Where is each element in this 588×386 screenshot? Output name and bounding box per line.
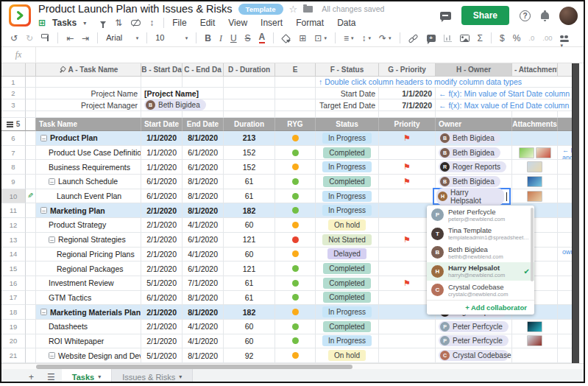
duration-cell[interactable]: 61 [224, 291, 275, 306]
attachment-thumbnail[interactable] [519, 147, 534, 158]
empty-cell[interactable] [141, 111, 183, 118]
duration-cell[interactable]: 121 [224, 262, 275, 276]
end-date-cell[interactable]: 4/1/2020 [183, 334, 224, 349]
status-cell[interactable]: In Progress [316, 305, 379, 320]
column-header-D[interactable]: D - Duration [224, 63, 275, 77]
owner-cell[interactable]: BBeth Bigidea [436, 175, 512, 189]
duration-cell[interactable]: 61 [224, 189, 275, 204]
row-gutter[interactable] [26, 334, 36, 349]
task-name-cell[interactable]: ROI Whitepaper [36, 334, 141, 349]
start-date-cell[interactable]: 2/1/2020 [141, 233, 183, 248]
row-gutter[interactable] [26, 131, 36, 146]
star-icon[interactable]: ☆ [289, 4, 298, 14]
column-header-F[interactable]: F - Status [316, 63, 379, 77]
end-date-cell[interactable]: 8/1/2020 [183, 131, 224, 146]
row-number[interactable]: 1 [1, 77, 26, 88]
status-cell[interactable]: Completed [316, 291, 379, 306]
status-cell[interactable]: Delayed [316, 248, 379, 262]
row-gutter[interactable] [26, 276, 36, 291]
collaborator-option[interactable]: PPeter Perfcyclepeterp@newblend.com [427, 206, 534, 225]
task-name-cell[interactable]: –Marketing Plan [36, 203, 141, 218]
row-gutter[interactable] [26, 291, 36, 306]
row-gutter[interactable] [26, 146, 36, 161]
attachment-thumbnail[interactable] [527, 321, 542, 332]
header-cell-priority[interactable]: Priority [379, 118, 436, 131]
bold-button[interactable]: B [205, 34, 211, 43]
owner-cell[interactable]: CCrystal Codebase [436, 348, 512, 363]
collapse-icon[interactable]: – [49, 352, 55, 359]
priority-cell[interactable]: ⚑ [379, 175, 436, 189]
ryg-cell[interactable] [275, 305, 316, 320]
formula-input[interactable] [36, 47, 584, 63]
fx-min-note[interactable]: ← f(x): Min value of Start Date column [436, 88, 579, 99]
empty-cell[interactable] [316, 111, 379, 118]
row-gutter[interactable] [26, 99, 36, 111]
duration-cell[interactable]: 152 [224, 146, 275, 161]
ryg-cell[interactable] [275, 203, 316, 218]
header-cell-end-date[interactable]: End Date [183, 118, 224, 131]
row-number[interactable]: 9 [1, 175, 26, 189]
folder-icon[interactable] [303, 6, 313, 13]
row-number[interactable]: 16 [1, 276, 26, 291]
owner-cell[interactable]: PPeter Perfcycle [436, 334, 512, 349]
task-name-cell[interactable]: –Product Plan [36, 131, 141, 146]
end-date-cell[interactable]: 6/1/2020 [183, 146, 224, 161]
attachments-cell[interactable] [512, 348, 558, 363]
ryg-cell[interactable] [275, 233, 316, 248]
empty-cell[interactable] [224, 111, 275, 118]
row-number[interactable]: 17 [1, 291, 26, 306]
end-date-cell[interactable]: 8/1/2020 [183, 305, 224, 320]
project-name-label[interactable]: Project Name [36, 88, 141, 99]
underline-button[interactable]: U [230, 34, 237, 43]
collapse-icon[interactable]: – [40, 309, 47, 315]
status-cell[interactable]: In Progress [316, 334, 379, 349]
empty-cell[interactable] [436, 111, 512, 118]
row-number[interactable]: 10 [1, 189, 26, 204]
start-date-cell[interactable]: 6/1/2020 [141, 189, 183, 204]
column-header-H[interactable]: H - Owner [436, 63, 512, 77]
font-size-select[interactable]: 10▾ [155, 34, 188, 42]
collapse-icon[interactable]: – [49, 236, 55, 243]
row-number[interactable]: 6 [1, 131, 26, 146]
insert-chart-icon[interactable] [444, 35, 452, 42]
duration-cell[interactable]: 182 [224, 305, 275, 320]
ryg-cell[interactable] [275, 291, 316, 306]
task-name-cell[interactable]: GTM Tactics [36, 291, 141, 306]
active-sheet-name[interactable]: Tasks [52, 18, 77, 28]
start-date-cell[interactable]: 2/1/2020 [141, 218, 183, 233]
status-cell[interactable]: Completed [316, 262, 379, 276]
row-number[interactable]: 2 [1, 88, 26, 99]
empty-cell[interactable] [512, 111, 558, 118]
end-date-cell[interactable]: 8/1/2020 [183, 291, 224, 306]
document-title[interactable]: Product Launch Plan with Issues & Risks [38, 3, 233, 15]
insert-comment-icon[interactable]: + [427, 35, 436, 42]
percent-format-icon[interactable]: % [513, 34, 521, 43]
header-cell-attachments[interactable]: Attachments [512, 118, 558, 131]
empty-cell[interactable] [183, 111, 224, 118]
column-header-A[interactable]: A - Task Name [36, 63, 141, 77]
duration-cell[interactable]: 182 [224, 203, 275, 218]
banner-note-cell[interactable]: ↑ Double click column headers to modify … [316, 77, 579, 88]
start-date-cell[interactable]: 5/1/2020 [141, 348, 183, 363]
end-date-cell[interactable]: 8/1/2020 [183, 175, 224, 189]
start-date-cell[interactable]: 2/1/2020 [141, 248, 183, 262]
collaborator-option[interactable]: CCrystal Codebasecrystalc@newblend.com [427, 281, 534, 300]
empty-cell[interactable] [36, 77, 141, 88]
duration-cell[interactable]: 61 [224, 276, 275, 291]
empty-cell[interactable] [224, 77, 275, 88]
end-date-cell[interactable]: 8/1/2020 [183, 348, 224, 363]
row-gutter[interactable] [26, 218, 36, 233]
status-cell[interactable]: On hold [316, 348, 379, 363]
text-rotation-icon[interactable]: ↷▾ [379, 34, 392, 43]
row-gutter[interactable] [26, 320, 36, 334]
attachments-cell[interactable] [512, 131, 558, 146]
attachment-thumbnail[interactable] [527, 161, 542, 172]
vertical-align-icon[interactable]: ↕▾ [361, 34, 371, 43]
duration-cell[interactable]: 152 [224, 160, 275, 175]
fill-color-icon[interactable] [282, 34, 291, 43]
horizontal-scrollbar-thumb[interactable] [36, 365, 353, 369]
start-date-cell[interactable]: 2/1/2020 [141, 320, 183, 334]
attachments-cell[interactable] [512, 320, 558, 334]
menu-file[interactable]: File [171, 18, 188, 28]
collaborator-option[interactable]: TTina Templatetemplateadmin1@spreadsheet… [427, 225, 534, 244]
